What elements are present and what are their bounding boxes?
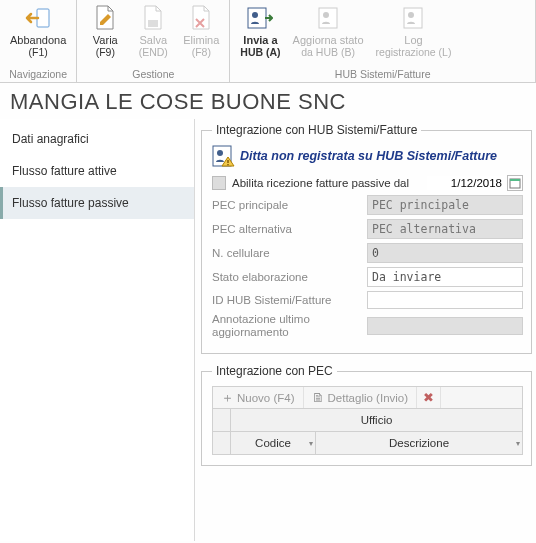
calendar-icon[interactable] xyxy=(507,175,523,191)
invia-label: Invia a xyxy=(243,34,277,46)
enable-date-input[interactable] xyxy=(427,176,505,190)
pec-grid: Ufficio Codice▾ Descrizione▾ xyxy=(212,408,523,455)
pec-alternativa-input[interactable] xyxy=(367,219,523,239)
abbandona-button[interactable]: Abbandona (F1) xyxy=(4,2,72,67)
grid-rowselector[interactable] xyxy=(213,432,231,455)
abbandona-shortcut: (F1) xyxy=(29,46,48,58)
sidebar-item-label: Dati anagrafici xyxy=(12,132,89,146)
cellulare-input[interactable] xyxy=(367,243,523,263)
elimina-shortcut: (F8) xyxy=(192,46,211,58)
svg-rect-11 xyxy=(227,164,228,165)
log-contact-icon xyxy=(399,4,427,32)
log-label: Log xyxy=(404,34,422,46)
detail-icon: 🗎 xyxy=(312,391,325,404)
annot-value xyxy=(367,317,523,335)
salva-button: Salva (END) xyxy=(129,2,177,67)
refresh-contact-icon xyxy=(314,4,342,32)
col-descrizione-label: Descrizione xyxy=(389,437,449,449)
enable-receive-checkbox[interactable] xyxy=(212,176,226,190)
sort-icon: ▾ xyxy=(309,439,313,448)
pec-alternativa-label: PEC alternativa xyxy=(212,223,367,235)
stato-value: Da inviare xyxy=(367,267,523,287)
aggiorna-stato-button: Aggiorna stato da HUB (B) xyxy=(287,2,370,67)
svg-rect-2 xyxy=(248,8,266,28)
svg-point-7 xyxy=(408,12,414,18)
invia-shortcut: HUB (A) xyxy=(240,46,280,58)
aggiorna-label: Aggiorna stato xyxy=(293,34,364,46)
pec-integration-box: Integrazione con PEC ＋Nuovo (F4) 🗎Dettag… xyxy=(201,364,532,466)
hub-integration-box: Integrazione con HUB Sistemi/Fatture Dit… xyxy=(201,123,532,354)
svg-rect-4 xyxy=(319,8,337,28)
salva-label: Salva xyxy=(140,34,168,46)
delete-row-button[interactable]: ✖ xyxy=(417,387,441,408)
back-arrow-icon xyxy=(24,4,52,32)
edit-doc-icon xyxy=(91,4,119,32)
aggiorna-shortcut: da HUB (B) xyxy=(301,46,355,58)
ribbon: Abbandona (F1) Navigazione Varia (F9) Sa… xyxy=(0,0,536,83)
ribbon-group-hub: Invia a HUB (A) Aggiorna stato da HUB (B… xyxy=(230,0,536,82)
sidebar: Dati anagrafici Flusso fatture attive Fl… xyxy=(0,119,195,541)
svg-rect-10 xyxy=(227,160,228,163)
pec-toolbar: ＋Nuovo (F4) 🗎Dettaglio (Invio) ✖ xyxy=(212,386,523,409)
cellulare-label: N. cellulare xyxy=(212,247,367,259)
nuovo-label: Nuovo (F4) xyxy=(237,392,295,404)
pec-legend: Integrazione con PEC xyxy=(212,364,337,378)
grid-col-codice[interactable]: Codice▾ xyxy=(231,432,316,455)
dettaglio-label: Dettaglio (Invio) xyxy=(328,392,409,404)
varia-shortcut: (F9) xyxy=(96,46,115,58)
sidebar-item-passive[interactable]: Flusso fatture passive xyxy=(0,187,194,219)
grid-col-descrizione[interactable]: Descrizione▾ xyxy=(316,432,523,455)
invia-hub-button[interactable]: Invia a HUB (A) xyxy=(234,2,286,67)
sidebar-item-label: Flusso fatture passive xyxy=(12,196,129,210)
salva-shortcut: (END) xyxy=(139,46,168,58)
svg-point-3 xyxy=(252,12,258,18)
blank-toolbar-slot xyxy=(441,387,453,408)
svg-point-5 xyxy=(323,12,329,18)
pec-principale-label: PEC principale xyxy=(212,199,367,211)
warning-contact-icon xyxy=(212,145,234,167)
grid-super-ufficio: Ufficio xyxy=(231,409,523,432)
sidebar-item-anagrafici[interactable]: Dati anagrafici xyxy=(0,123,194,155)
plus-icon: ＋ xyxy=(221,391,234,404)
group-caption-hub: HUB Sistemi/Fatture xyxy=(234,67,531,82)
stato-label: Stato elaborazione xyxy=(212,271,367,283)
dettaglio-button[interactable]: 🗎Dettaglio (Invio) xyxy=(304,387,418,408)
save-doc-icon xyxy=(139,4,167,32)
annot-label: Annotazione ultimo aggiornamento xyxy=(212,313,367,339)
log-button: Log registrazione (L) xyxy=(370,2,458,67)
svg-point-9 xyxy=(217,150,223,156)
group-caption-navigazione: Navigazione xyxy=(4,67,72,82)
sort-icon: ▾ xyxy=(516,439,520,448)
varia-label: Varia xyxy=(93,34,118,46)
page-title: MANGIA LE COSE BUONE SNC xyxy=(0,83,536,119)
svg-rect-13 xyxy=(510,179,520,181)
idhub-value xyxy=(367,291,523,309)
ribbon-group-navigazione: Abbandona (F1) Navigazione xyxy=(0,0,77,82)
send-contact-icon xyxy=(246,4,274,32)
elimina-label: Elimina xyxy=(183,34,219,46)
ribbon-group-gestione: Varia (F9) Salva (END) Elimina (F8) Gest… xyxy=(77,0,230,82)
col-codice-label: Codice xyxy=(255,437,291,449)
svg-rect-1 xyxy=(148,20,158,27)
varia-button[interactable]: Varia (F9) xyxy=(81,2,129,67)
warning-message: Ditta non registrata su HUB Sistemi/Fatt… xyxy=(240,149,497,163)
pec-principale-input[interactable] xyxy=(367,195,523,215)
idhub-label: ID HUB Sistemi/Fatture xyxy=(212,294,367,306)
enable-receive-label: Abilita ricezione fatture passive dal xyxy=(232,177,427,189)
log-shortcut: registrazione (L) xyxy=(376,46,452,58)
grid-spacer xyxy=(213,409,231,432)
elimina-button: Elimina (F8) xyxy=(177,2,225,67)
sidebar-item-label: Flusso fatture attive xyxy=(12,164,117,178)
abbandona-label: Abbandona xyxy=(10,34,66,46)
delete-doc-icon xyxy=(187,4,215,32)
nuovo-button[interactable]: ＋Nuovo (F4) xyxy=(213,387,304,408)
group-caption-gestione: Gestione xyxy=(81,67,225,82)
hub-legend: Integrazione con HUB Sistemi/Fatture xyxy=(212,123,421,137)
svg-rect-6 xyxy=(404,8,422,28)
delete-x-icon: ✖ xyxy=(423,391,434,404)
sidebar-item-attive[interactable]: Flusso fatture attive xyxy=(0,155,194,187)
